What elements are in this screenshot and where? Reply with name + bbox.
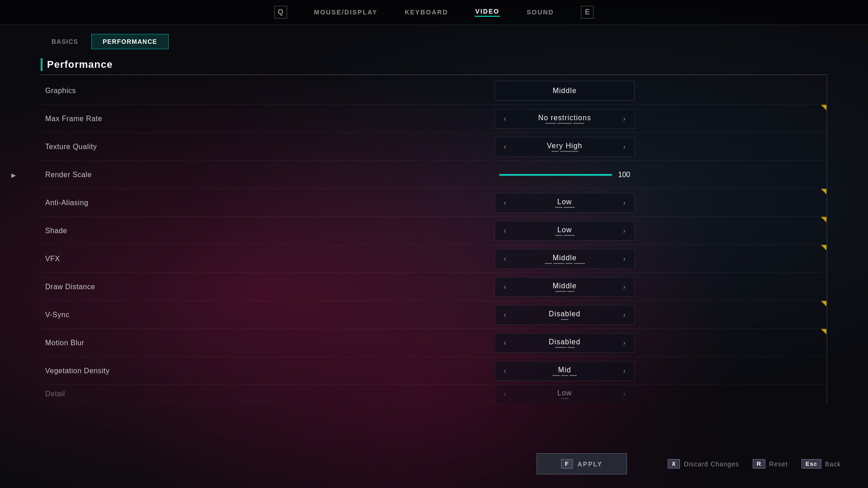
setting-row-vegetation-density: Vegetation Density‹Mid› (41, 357, 826, 385)
setting-label-6: VFX (41, 255, 303, 263)
arrow-value-1: No restrictions (515, 114, 614, 124)
graphics-preset-button[interactable]: Middle (495, 81, 635, 101)
setting-row-detail: Detail‹Low› (41, 385, 826, 403)
corner-accent (821, 105, 826, 110)
arrow-right-9[interactable]: › (614, 333, 634, 353)
arrow-left-4[interactable]: ‹ (495, 193, 515, 213)
value-dots-5 (515, 235, 614, 236)
setting-label-1: Max Frame Rate (41, 115, 303, 123)
control-area-9: ‹Disabled› (303, 333, 826, 353)
setting-label-10: Vegetation Density (41, 367, 303, 375)
arrow-value-6: Middle (515, 254, 614, 264)
value-dots-1 (515, 123, 614, 124)
arrow-value-9: Disabled (515, 338, 614, 348)
control-area-6: ‹Middle› (303, 249, 826, 269)
title-accent-bar (41, 58, 42, 71)
value-dots-2 (515, 151, 614, 152)
value-dots-6 (515, 263, 614, 264)
arrow-value-2: Very High (515, 142, 614, 152)
arrow-left-1[interactable]: ‹ (495, 109, 515, 129)
arrow-right-6[interactable]: › (614, 249, 634, 269)
arrow-control-6: ‹Middle› (495, 249, 635, 269)
corner-accent (821, 189, 826, 194)
setting-row-vfx: VFX‹Middle› (41, 245, 826, 273)
arrow-right-2[interactable]: › (614, 137, 634, 157)
arrow-right-4[interactable]: › (614, 193, 634, 213)
setting-label-0: Graphics (41, 87, 303, 95)
panel-title-container: Performance (41, 58, 827, 71)
value-dots-8 (515, 319, 614, 320)
setting-row-max-frame-rate: Max Frame Rate‹No restrictions› (41, 105, 826, 133)
sub-tabs: BASICS PERFORMANCE (0, 25, 868, 58)
arrow-control-9: ‹Disabled› (495, 333, 635, 353)
value-dots-7 (515, 291, 614, 292)
corner-accent (821, 217, 826, 222)
arrow-control-11: ‹Low› (495, 385, 635, 403)
tab-performance[interactable]: PERFORMANCE (91, 34, 169, 49)
arrow-left-2[interactable]: ‹ (495, 137, 515, 157)
nav-item-video[interactable]: VIDEO (475, 8, 500, 17)
slider-fill-3 (499, 174, 612, 176)
arrow-left-11[interactable]: ‹ (495, 385, 515, 403)
arrow-value-7: Middle (515, 282, 614, 292)
tab-basics[interactable]: BASICS (41, 34, 89, 49)
cursor-icon: ▸ (11, 169, 16, 180)
setting-row-draw-distance: Draw Distance‹Middle› (41, 273, 826, 301)
arrow-value-11: Low (515, 389, 614, 399)
arrow-left-5[interactable]: ‹ (495, 221, 515, 241)
nav-item-keyboard[interactable]: KEYBOARD (405, 9, 448, 16)
setting-row-texture-quality: Texture Quality‹Very High› (41, 133, 826, 161)
nav-item-mouse-display[interactable]: MOUSE/DISPLAY (314, 9, 378, 16)
corner-accent (821, 301, 826, 306)
setting-row-shade: Shade‹Low› (41, 217, 826, 245)
arrow-right-11[interactable]: › (614, 385, 634, 403)
arrow-left-9[interactable]: ‹ (495, 333, 515, 353)
value-dots-4 (515, 207, 614, 208)
arrow-right-5[interactable]: › (614, 221, 634, 241)
arrow-left-10[interactable]: ‹ (495, 361, 515, 381)
setting-label-2: Texture Quality (41, 143, 303, 151)
slider-value-3: 100 (617, 171, 630, 179)
control-area-5: ‹Low› (303, 221, 826, 241)
value-dots-10 (515, 375, 614, 376)
main-content: BASICS PERFORMANCE Performance GraphicsM… (0, 25, 868, 488)
nav-bracket-right[interactable]: E (581, 6, 594, 19)
arrow-right-1[interactable]: › (614, 109, 634, 129)
arrow-control-7: ‹Middle› (495, 277, 635, 297)
slider-track-3 (499, 174, 612, 176)
control-area-0: Middle (303, 81, 826, 101)
control-area-11: ‹Low› (303, 385, 826, 403)
arrow-control-2: ‹Very High› (495, 137, 635, 157)
arrow-control-1: ‹No restrictions› (495, 109, 635, 129)
arrow-right-7[interactable]: › (614, 277, 634, 297)
setting-label-8: V-Sync (41, 311, 303, 319)
arrow-left-8[interactable]: ‹ (495, 305, 515, 325)
setting-label-4: Anti-Aliasing (41, 199, 303, 207)
arrow-right-8[interactable]: › (614, 305, 634, 325)
control-area-3: 100 (303, 165, 826, 185)
corner-accent (821, 329, 826, 334)
arrow-left-6[interactable]: ‹ (495, 249, 515, 269)
setting-row-anti-aliasing: Anti-Aliasing‹Low› (41, 189, 826, 217)
value-dots-9 (515, 347, 614, 348)
settings-panel: Performance GraphicsMiddleMax Frame Rate… (41, 58, 827, 488)
arrow-control-10: ‹Mid› (495, 361, 635, 381)
nav-item-sound[interactable]: SOUND (527, 9, 554, 16)
arrow-right-10[interactable]: › (614, 361, 634, 381)
slider-control-3[interactable]: 100 (495, 165, 635, 185)
setting-label-9: Motion Blur (41, 339, 303, 347)
arrow-control-8: ‹Disabled› (495, 305, 635, 325)
settings-list: GraphicsMiddleMax Frame Rate‹No restrict… (41, 77, 827, 403)
setting-row-motion-blur: Motion Blur‹Disabled› (41, 329, 826, 357)
nav-bracket-left[interactable]: Q (274, 6, 287, 19)
value-dots-11 (515, 398, 614, 399)
control-area-4: ‹Low› (303, 193, 826, 213)
control-area-10: ‹Mid› (303, 361, 826, 381)
setting-label-3: Render Scale (41, 171, 303, 179)
panel-title: Performance (47, 59, 113, 70)
setting-row-v-sync: V-Sync‹Disabled› (41, 301, 826, 329)
corner-accent (821, 245, 826, 250)
arrow-left-7[interactable]: ‹ (495, 277, 515, 297)
control-area-8: ‹Disabled› (303, 305, 826, 325)
arrow-control-4: ‹Low› (495, 193, 635, 213)
